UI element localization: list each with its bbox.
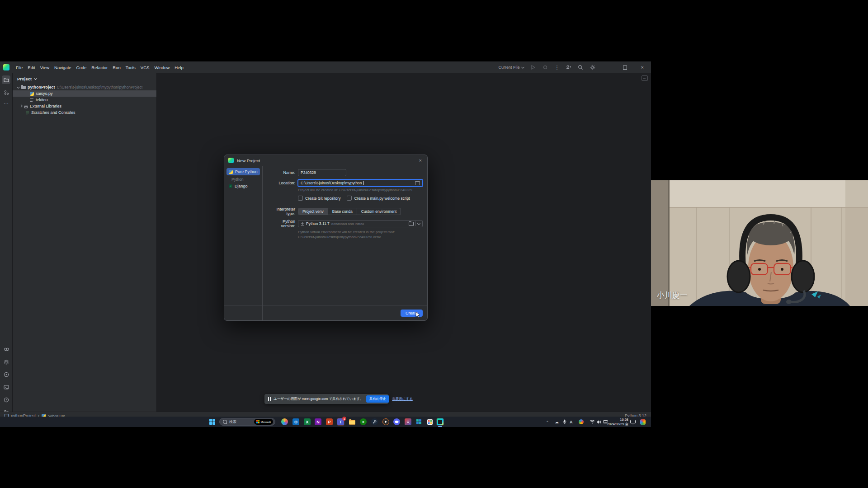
steam-icon[interactable] xyxy=(371,418,378,426)
menu-edit[interactable]: Edit xyxy=(25,64,37,71)
python-packages-tool-icon[interactable] xyxy=(2,345,10,353)
hide-share-bar-link[interactable]: 非表示にする xyxy=(392,397,413,401)
menu-tools[interactable]: Tools xyxy=(123,64,138,71)
app-red-icon[interactable] xyxy=(404,418,412,426)
powerpoint-icon[interactable]: P xyxy=(326,418,333,426)
python-version-select[interactable]: Python 3.11.7 download and install xyxy=(298,220,423,227)
tree-path: C:\Users\t-juinos\Desktop\mypython\pytho… xyxy=(57,85,143,89)
menu-vcs[interactable]: VCS xyxy=(138,64,152,71)
pycharm-logo-icon xyxy=(228,158,234,163)
menu-help[interactable]: Help xyxy=(172,64,186,71)
onenote-icon[interactable]: N xyxy=(314,418,322,426)
menu-navigate[interactable]: Navigate xyxy=(52,64,74,71)
project-type-section-python: Python xyxy=(224,176,262,183)
terminal-tool-icon[interactable] xyxy=(2,383,10,391)
media-player-icon[interactable] xyxy=(382,418,390,426)
menu-window[interactable]: Window xyxy=(152,64,172,71)
location-row: Location: C:\Users\t-juinos\Desktop\mypy… xyxy=(267,179,423,187)
git-repository-checkbox[interactable]: Create Git repository xyxy=(298,196,340,201)
menu-file[interactable]: File xyxy=(14,64,25,71)
screen: File Edit View Navigate Code Refactor Ru… xyxy=(0,0,868,488)
screen-share-indicator-icon[interactable] xyxy=(630,418,636,425)
scratches-icon xyxy=(25,111,29,115)
segment-project-venv[interactable]: Project venv xyxy=(298,208,328,215)
tree-row-python-project[interactable]: pythonProject C:\Users\t-juinos\Desktop\… xyxy=(13,84,156,90)
tray-chevron-icon[interactable]: ^ xyxy=(547,418,548,425)
debug-button[interactable] xyxy=(542,64,548,70)
text-caret xyxy=(363,181,364,185)
window-maximize-button[interactable] xyxy=(623,66,627,70)
libraries-icon xyxy=(24,104,28,108)
segment-custom-environment[interactable]: Custom environment xyxy=(357,208,401,215)
active-app-indicator xyxy=(438,426,442,427)
app-pinwheel-icon[interactable] xyxy=(415,418,423,426)
menu-run[interactable]: Run xyxy=(110,64,123,71)
project-type-pure-python[interactable]: Pure Python xyxy=(226,168,260,175)
dialog-close-button[interactable]: × xyxy=(418,157,423,164)
window-minimize-button[interactable]: – xyxy=(602,61,613,73)
tree-row-external-libraries[interactable]: External Libraries xyxy=(13,103,156,109)
project-type-django[interactable]: d Django xyxy=(226,183,260,190)
project-type-label: Django xyxy=(235,184,248,188)
location-input[interactable]: C:\Users\t-juinos\Desktop\mypython xyxy=(298,179,423,187)
main-welcome-script-checkbox[interactable]: Create a main.py welcome script xyxy=(347,196,410,201)
onedrive-icon[interactable]: ☁ xyxy=(555,418,559,425)
settings-gear-icon[interactable] xyxy=(590,64,596,70)
dialog-title: New Project xyxy=(237,158,260,163)
tray-color-app-icon[interactable] xyxy=(579,418,584,425)
dialog-titlebar[interactable]: New Project × xyxy=(224,155,427,166)
checkbox-row: Create Git repository Create a main.py w… xyxy=(298,196,423,201)
run-button[interactable] xyxy=(530,64,536,70)
problems-tool-icon[interactable] xyxy=(2,395,10,404)
segment-base-conda[interactable]: Base conda xyxy=(328,208,357,215)
file-explorer-icon[interactable] xyxy=(348,418,356,426)
copilot-icon[interactable] xyxy=(281,418,288,426)
ime-mode-indicator[interactable]: A xyxy=(570,418,573,425)
search-everywhere-icon[interactable] xyxy=(577,64,584,70)
tree-row-saisyo[interactable]: saisyo.py xyxy=(13,90,156,97)
microsoft-badge[interactable]: Microsoft xyxy=(254,419,273,425)
notification-center-icon[interactable] xyxy=(640,418,646,425)
app-tiles-icon[interactable] xyxy=(426,418,434,426)
project-panel-header[interactable]: Project xyxy=(13,73,156,84)
notifications-icon[interactable] xyxy=(642,75,648,81)
more-actions-icon[interactable]: ⋮ xyxy=(554,65,559,70)
services-tool-icon[interactable] xyxy=(2,357,10,366)
taskbar-search-box[interactable]: 検索 Microsoft xyxy=(219,418,275,426)
teams-icon[interactable]: T1 xyxy=(337,418,344,426)
tree-label: Scratches and Consoles xyxy=(31,110,75,115)
xbox-icon[interactable]: x xyxy=(359,418,367,426)
structure-tool-icon[interactable] xyxy=(2,88,10,97)
microphone-icon[interactable] xyxy=(563,418,566,425)
run-tool-icon[interactable] xyxy=(2,370,10,379)
menu-refactor[interactable]: Refactor xyxy=(89,64,110,71)
location-hint: Project will be created in: C:\Users\t-j… xyxy=(298,188,423,192)
tree-row-tekitou[interactable]: tekitou xyxy=(13,97,156,103)
project-tool-icon[interactable] xyxy=(2,75,10,84)
discord-icon[interactable] xyxy=(393,418,401,426)
project-type-list: Pure Python Python d Django xyxy=(224,166,263,320)
stop-sharing-button[interactable]: 共有の停止 xyxy=(366,395,390,403)
tray-clock[interactable]: 16:58 2024/03/29 金 xyxy=(607,418,628,426)
webcam-scene xyxy=(651,180,868,306)
wifi-icon[interactable] xyxy=(590,418,595,425)
run-configuration-select[interactable]: Current File xyxy=(498,65,524,70)
name-input[interactable]: P240329 xyxy=(298,169,346,176)
participant-video-tile[interactable]: 小川慶一 xyxy=(651,180,868,306)
volume-icon[interactable] xyxy=(596,418,601,425)
chevron-down-icon[interactable] xyxy=(417,221,420,225)
outlook-icon[interactable]: O xyxy=(292,418,300,426)
excel-icon[interactable]: X xyxy=(303,418,311,426)
tree-row-scratches[interactable]: Scratches and Consoles xyxy=(13,109,156,116)
project-panel: Project pythonProject C:\Users\t-juinos\… xyxy=(13,73,157,419)
browse-folder-icon[interactable] xyxy=(409,222,414,226)
start-button[interactable] xyxy=(208,418,216,426)
more-tool-windows-icon[interactable]: ⋯ xyxy=(4,101,9,106)
window-close-button[interactable]: × xyxy=(637,61,648,73)
pycharm-taskbar-icon[interactable] xyxy=(436,418,444,426)
browse-folder-icon[interactable] xyxy=(415,181,420,185)
name-value: P240329 xyxy=(301,170,316,175)
code-with-me-icon[interactable] xyxy=(565,64,571,70)
menu-view[interactable]: View xyxy=(38,64,52,71)
menu-code[interactable]: Code xyxy=(74,64,89,71)
